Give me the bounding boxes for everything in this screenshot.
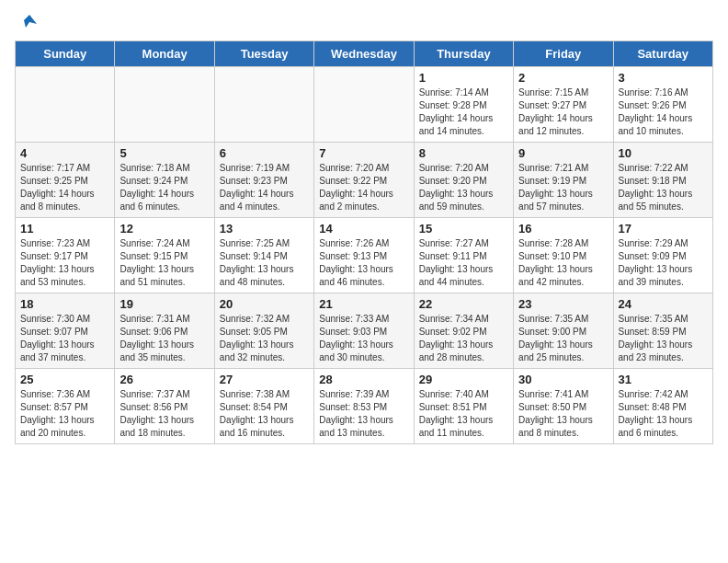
day-info: Sunrise: 7:33 AM Sunset: 9:03 PM Dayligh… [319,313,408,364]
day-number: 5 [119,146,209,160]
svg-marker-0 [24,15,37,28]
day-number: 24 [619,297,708,311]
day-info: Sunrise: 7:36 AM Sunset: 8:57 PM Dayligh… [20,388,109,440]
calendar-cell: 7Sunrise: 7:20 AM Sunset: 9:22 PM Daylig… [314,143,414,218]
calendar-week-4: 18Sunrise: 7:30 AM Sunset: 9:07 PM Dayli… [16,293,713,369]
day-number: 19 [119,297,209,311]
column-header-wednesday: Wednesday [314,41,414,67]
day-number: 6 [220,146,309,160]
day-number: 8 [419,146,508,160]
calendar-cell: 2Sunrise: 7:15 AM Sunset: 9:27 PM Daylig… [514,67,613,143]
calendar-cell: 6Sunrise: 7:19 AM Sunset: 9:23 PM Daylig… [214,143,313,218]
day-info: Sunrise: 7:31 AM Sunset: 9:06 PM Dayligh… [119,313,209,364]
calendar-week-2: 4Sunrise: 7:17 AM Sunset: 9:25 PM Daylig… [16,143,713,218]
calendar-cell: 24Sunrise: 7:35 AM Sunset: 8:59 PM Dayli… [613,293,712,369]
day-number: 7 [319,146,408,160]
day-info: Sunrise: 7:26 AM Sunset: 9:13 PM Dayligh… [319,237,408,289]
day-info: Sunrise: 7:39 AM Sunset: 8:53 PM Dayligh… [319,388,408,440]
day-number: 10 [619,146,708,160]
calendar-week-1: 1Sunrise: 7:14 AM Sunset: 9:28 PM Daylig… [16,67,713,143]
calendar-cell: 3Sunrise: 7:16 AM Sunset: 9:26 PM Daylig… [613,67,712,143]
calendar-cell: 31Sunrise: 7:42 AM Sunset: 8:48 PM Dayli… [613,369,712,444]
day-info: Sunrise: 7:15 AM Sunset: 9:27 PM Dayligh… [518,86,608,138]
day-number: 25 [20,373,109,386]
calendar-header-row: SundayMondayTuesdayWednesdayThursdayFrid… [16,41,713,67]
day-number: 3 [619,71,708,85]
day-number: 13 [220,222,309,236]
calendar-cell: 23Sunrise: 7:35 AM Sunset: 9:00 PM Dayli… [514,293,613,369]
day-info: Sunrise: 7:25 AM Sunset: 9:14 PM Dayligh… [220,237,309,289]
day-number: 12 [119,222,209,236]
day-number: 17 [619,222,708,236]
logo-bird-icon [17,11,42,37]
day-info: Sunrise: 7:40 AM Sunset: 8:51 PM Dayligh… [419,388,508,440]
column-header-tuesday: Tuesday [214,41,313,67]
day-info: Sunrise: 7:19 AM Sunset: 9:23 PM Dayligh… [220,162,309,213]
day-number: 22 [419,297,508,311]
column-header-saturday: Saturday [613,41,712,67]
day-number: 29 [419,373,508,386]
calendar-cell: 4Sunrise: 7:17 AM Sunset: 9:25 PM Daylig… [16,143,115,218]
day-number: 18 [20,297,109,311]
calendar-cell: 27Sunrise: 7:38 AM Sunset: 8:54 PM Dayli… [214,369,313,444]
day-number: 16 [518,222,608,236]
calendar-cell [314,67,414,143]
day-info: Sunrise: 7:29 AM Sunset: 9:09 PM Dayligh… [619,237,708,289]
day-number: 21 [319,297,408,311]
day-info: Sunrise: 7:42 AM Sunset: 8:48 PM Dayligh… [619,388,708,440]
day-info: Sunrise: 7:23 AM Sunset: 9:17 PM Dayligh… [20,237,109,289]
day-info: Sunrise: 7:20 AM Sunset: 9:20 PM Dayligh… [419,162,508,213]
calendar-week-5: 25Sunrise: 7:36 AM Sunset: 8:57 PM Dayli… [16,369,713,444]
day-info: Sunrise: 7:30 AM Sunset: 9:07 PM Dayligh… [20,313,109,364]
column-header-monday: Monday [115,41,214,67]
calendar-table: SundayMondayTuesdayWednesdayThursdayFrid… [15,40,713,444]
day-info: Sunrise: 7:34 AM Sunset: 9:02 PM Dayligh… [419,313,508,364]
calendar-cell: 15Sunrise: 7:27 AM Sunset: 9:11 PM Dayli… [414,218,513,293]
day-number: 2 [518,71,608,85]
day-info: Sunrise: 7:35 AM Sunset: 9:00 PM Dayligh… [518,313,608,364]
calendar-cell: 30Sunrise: 7:41 AM Sunset: 8:50 PM Dayli… [514,369,613,444]
calendar-cell [214,67,313,143]
day-info: Sunrise: 7:27 AM Sunset: 9:11 PM Dayligh… [419,237,508,289]
day-number: 26 [119,373,209,386]
day-number: 15 [419,222,508,236]
day-info: Sunrise: 7:16 AM Sunset: 9:26 PM Dayligh… [619,86,708,138]
day-number: 28 [319,373,408,386]
calendar-cell: 10Sunrise: 7:22 AM Sunset: 9:18 PM Dayli… [613,143,712,218]
calendar-cell: 19Sunrise: 7:31 AM Sunset: 9:06 PM Dayli… [115,293,214,369]
day-info: Sunrise: 7:32 AM Sunset: 9:05 PM Dayligh… [220,313,309,364]
calendar-week-3: 11Sunrise: 7:23 AM Sunset: 9:17 PM Dayli… [16,218,713,293]
calendar-cell: 21Sunrise: 7:33 AM Sunset: 9:03 PM Dayli… [314,293,414,369]
calendar-cell: 29Sunrise: 7:40 AM Sunset: 8:51 PM Dayli… [414,369,513,444]
calendar-cell: 28Sunrise: 7:39 AM Sunset: 8:53 PM Dayli… [314,369,414,444]
calendar-cell: 1Sunrise: 7:14 AM Sunset: 9:28 PM Daylig… [414,67,513,143]
day-info: Sunrise: 7:41 AM Sunset: 8:50 PM Dayligh… [518,388,608,440]
day-info: Sunrise: 7:21 AM Sunset: 9:19 PM Dayligh… [518,162,608,213]
day-info: Sunrise: 7:28 AM Sunset: 9:10 PM Dayligh… [518,237,608,289]
day-number: 23 [518,297,608,311]
day-info: Sunrise: 7:38 AM Sunset: 8:54 PM Dayligh… [220,388,309,440]
day-info: Sunrise: 7:17 AM Sunset: 9:25 PM Dayligh… [20,162,109,213]
calendar-cell: 13Sunrise: 7:25 AM Sunset: 9:14 PM Dayli… [214,218,313,293]
calendar-cell: 20Sunrise: 7:32 AM Sunset: 9:05 PM Dayli… [214,293,313,369]
calendar-cell: 14Sunrise: 7:26 AM Sunset: 9:13 PM Dayli… [314,218,414,293]
calendar-cell: 17Sunrise: 7:29 AM Sunset: 9:09 PM Dayli… [613,218,712,293]
page-header [15,15,713,33]
calendar-cell: 11Sunrise: 7:23 AM Sunset: 9:17 PM Dayli… [16,218,115,293]
calendar-cell [115,67,214,143]
day-number: 9 [518,146,608,160]
calendar-cell: 5Sunrise: 7:18 AM Sunset: 9:24 PM Daylig… [115,143,214,218]
day-info: Sunrise: 7:20 AM Sunset: 9:22 PM Dayligh… [319,162,408,213]
calendar-cell: 18Sunrise: 7:30 AM Sunset: 9:07 PM Dayli… [16,293,115,369]
logo [15,15,42,33]
calendar-cell: 25Sunrise: 7:36 AM Sunset: 8:57 PM Dayli… [16,369,115,444]
day-info: Sunrise: 7:22 AM Sunset: 9:18 PM Dayligh… [619,162,708,213]
day-number: 20 [220,297,309,311]
day-number: 4 [20,146,109,160]
day-number: 31 [619,373,708,386]
day-number: 30 [518,373,608,386]
day-info: Sunrise: 7:37 AM Sunset: 8:56 PM Dayligh… [119,388,209,440]
day-info: Sunrise: 7:14 AM Sunset: 9:28 PM Dayligh… [419,86,508,138]
calendar-cell: 22Sunrise: 7:34 AM Sunset: 9:02 PM Dayli… [414,293,513,369]
day-number: 11 [20,222,109,236]
